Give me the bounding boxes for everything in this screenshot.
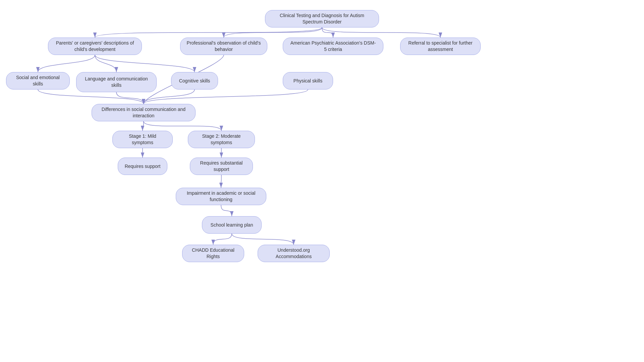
node-professional: Professional's observation of child's be… [180, 38, 267, 55]
node-dsm: American Psychiatric Association's DSM-5… [283, 38, 383, 55]
node-stage2: Stage 2: Moderate symptoms [188, 131, 255, 148]
node-impairment: Impairment in academic or social functio… [176, 188, 266, 205]
node-understood: Understood.org Accommodations [258, 245, 330, 262]
node-referral: Referral to specialist for further asses… [400, 38, 481, 55]
node-differences: Differences in social communication and … [92, 104, 196, 121]
node-school: School learning plan [202, 216, 262, 234]
node-cognitive: Cognitive skills [171, 72, 218, 89]
node-parents: Parents' or caregivers' descriptions of … [48, 38, 142, 55]
node-physical: Physical skills [283, 72, 333, 89]
node-social: Social and emotional skills [6, 72, 70, 89]
node-chadd: CHADD Educational Rights [182, 245, 244, 262]
node-root: Clinical Testing and Diagnosis for Autis… [265, 10, 379, 27]
node-stage1: Stage 1: Mild symptoms [112, 131, 173, 148]
node-requires_substantial: Requires substantial support [190, 158, 253, 175]
node-language: Language and communication skills [76, 72, 157, 92]
node-requires_support: Requires support [118, 158, 167, 175]
